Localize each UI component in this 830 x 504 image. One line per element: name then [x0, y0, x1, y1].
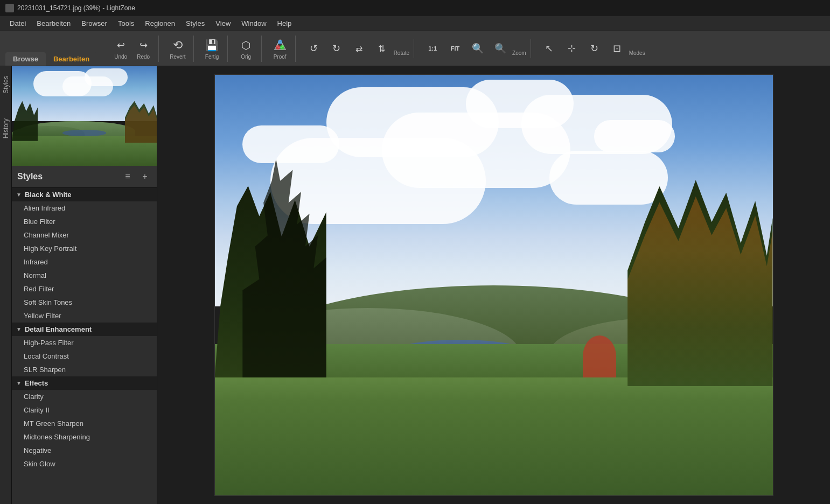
modes-label: Modes [629, 50, 645, 56]
fertig-button[interactable]: 💾 Fertig [201, 36, 223, 62]
fertig-icon: 💾 [205, 38, 220, 53]
style-item[interactable]: MT Green Sharpen [12, 417, 157, 430]
fertig-label: Fertig [205, 54, 219, 60]
cloud [549, 151, 668, 205]
redo-button[interactable]: ↪ Redo [132, 36, 154, 62]
orig-button[interactable]: ⬡ Orig [235, 36, 257, 62]
rotate-cw-button[interactable]: ↻ [326, 39, 347, 58]
style-item[interactable]: Skin Glow [12, 457, 157, 471]
rotate-mirror-icon: ⇅ [374, 41, 389, 56]
style-item[interactable]: Blue Filter [12, 215, 157, 228]
undo-label: Undo [114, 54, 127, 60]
style-item[interactable]: Negative [12, 444, 157, 457]
category-effects[interactable]: ▼ Effects [12, 376, 157, 390]
style-item[interactable]: Clarity II [12, 403, 157, 417]
category-detail-label: Detail Enhancement [25, 325, 92, 333]
menu-view[interactable]: View [210, 17, 236, 30]
proof-button[interactable]: Proof [269, 36, 291, 62]
zoom-in-icon: 🔍 [470, 41, 485, 56]
styles-title: Styles [17, 172, 43, 181]
image-area[interactable] [157, 66, 830, 504]
proof-icon [273, 38, 288, 53]
menu-styles[interactable]: Styles [180, 17, 210, 30]
style-item[interactable]: Infrared [12, 255, 157, 269]
menu-bearbeiten[interactable]: Bearbeiten [31, 17, 76, 30]
tab-browse[interactable]: Browse [5, 52, 46, 66]
style-item[interactable]: Local Contrast [12, 349, 157, 363]
photo-display [214, 74, 773, 496]
left-panel: Styles ≡ + ▼ Black & White Alien Infrare… [12, 66, 157, 504]
tab-bearbeiten[interactable]: Bearbeiten [46, 52, 97, 66]
category-effects-label: Effects [25, 379, 48, 387]
rotate-cw-icon: ↻ [329, 41, 344, 56]
rotate-flip-button[interactable]: ⇄ [348, 39, 370, 58]
revert-group: ⟲ Revert [162, 36, 193, 62]
svg-point-2 [278, 40, 282, 44]
cat-arrow-detail: ▼ [16, 326, 22, 332]
menu-datei[interactable]: Datei [4, 17, 31, 30]
rotate-ccw-icon: ↺ [306, 41, 322, 56]
style-item[interactable]: Alien Infrared [12, 201, 157, 215]
styles-list-icon[interactable]: ≡ [121, 170, 134, 183]
zoom-out-icon: 🔍 [493, 41, 508, 56]
styles-add-icon[interactable]: + [138, 170, 151, 183]
zoom-out-button[interactable]: 🔍 [490, 39, 511, 58]
rotate-mirror-button[interactable]: ⇅ [371, 39, 393, 58]
rotate-group: ↺ ↻ ⇄ ⇅ Rotate [299, 39, 414, 58]
style-item[interactable]: SLR Sharpen [12, 363, 157, 376]
style-item[interactable]: High-Pass Filter [12, 336, 157, 349]
zoom-group: 1:1 FIT 🔍 🔍 Zoom [417, 39, 531, 58]
thumbnail-area [12, 66, 157, 166]
revert-button[interactable]: ⟲ Revert [166, 36, 189, 62]
menu-browser[interactable]: Browser [76, 17, 113, 30]
revert-icon: ⟲ [170, 38, 185, 53]
category-detail-enhancement[interactable]: ▼ Detail Enhancement [12, 323, 157, 336]
style-item[interactable]: Soft Skin Tones [12, 296, 157, 309]
proof-group: Proof [265, 36, 296, 62]
style-item[interactable]: Clarity [12, 390, 157, 403]
category-black-white[interactable]: ▼ Black & White [12, 188, 157, 201]
modes-group: ↖ ⊹ ↻ ⊡ Modes [534, 39, 650, 58]
zoom-1to1-icon: 1:1 [425, 41, 440, 56]
style-item[interactable]: High Key Portrait [12, 242, 157, 255]
svg-point-4 [280, 45, 284, 50]
zoom-label: Zoom [512, 50, 526, 56]
zoom-fit-button[interactable]: FIT [444, 39, 466, 58]
zoom-1to1-button[interactable]: 1:1 [422, 39, 443, 58]
menu-help[interactable]: Help [272, 17, 297, 30]
style-item[interactable]: Midtones Sharpening [12, 430, 157, 444]
mode-rotate-button[interactable]: ↻ [584, 39, 605, 58]
sidebar-vertical-tabs: Styles History [0, 66, 12, 504]
orig-group: ⬡ Orig [231, 36, 262, 62]
style-item[interactable]: Red Filter [12, 282, 157, 296]
sidebar-tab-history[interactable]: History [1, 114, 11, 143]
revert-label: Revert [170, 54, 185, 60]
style-item[interactable]: Yellow Filter [12, 309, 157, 323]
rotate-ccw-button[interactable]: ↺ [303, 39, 325, 58]
category-bw-label: Black & White [25, 191, 72, 199]
mode-redeye-button[interactable]: ⊡ [606, 39, 628, 58]
styles-header-icons: ≡ + [121, 170, 151, 183]
styles-list[interactable]: ▼ Black & White Alien Infrared Blue Filt… [12, 188, 157, 504]
styles-panel: Styles ≡ + ▼ Black & White Alien Infrare… [12, 166, 157, 504]
menu-regionen[interactable]: Regionen [140, 17, 180, 30]
style-item[interactable]: Channel Mixer [12, 228, 157, 242]
menu-window[interactable]: Window [236, 17, 271, 30]
main-area: Styles History [0, 66, 830, 504]
undo-icon: ↩ [113, 38, 128, 53]
toolbar: Browse Bearbeiten ↩ Undo ↪ Redo ⟲ Revert… [0, 31, 830, 66]
cloud [270, 138, 486, 224]
redo-icon: ↪ [136, 38, 151, 53]
sidebar-tab-styles[interactable]: Styles [1, 72, 11, 98]
svg-point-3 [276, 45, 280, 50]
mode-select-button[interactable]: ↖ [539, 39, 560, 58]
styles-header: Styles ≡ + [12, 166, 157, 188]
mode-rotate-icon: ↻ [587, 41, 602, 56]
menu-tools[interactable]: Tools [113, 17, 140, 30]
zoom-in-button[interactable]: 🔍 [467, 39, 489, 58]
mode-crop-button[interactable]: ⊹ [561, 39, 583, 58]
orig-icon: ⬡ [239, 38, 254, 53]
undo-button[interactable]: ↩ Undo [110, 36, 131, 62]
style-item[interactable]: Normal [12, 269, 157, 282]
cat-arrow-bw: ▼ [16, 192, 22, 198]
